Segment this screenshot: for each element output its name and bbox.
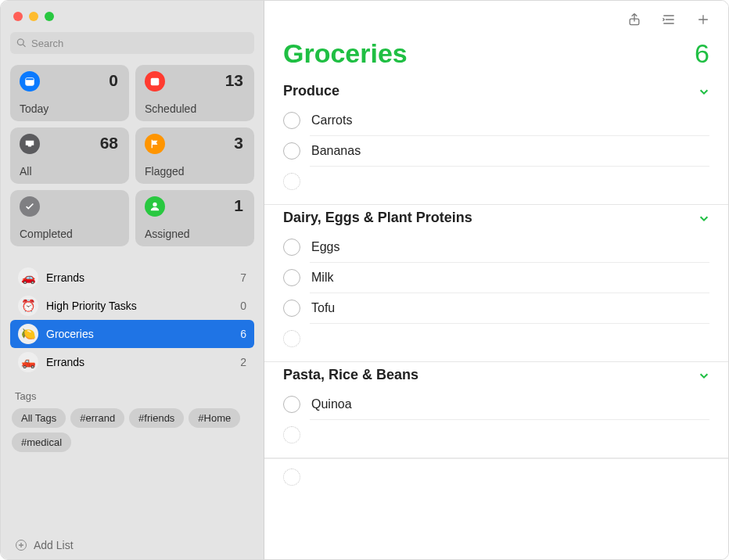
list-emoji-icon: ⏰ — [18, 296, 38, 316]
sidebar-list-errands[interactable]: 🚗 Errands 7 — [10, 264, 254, 292]
search-input[interactable] — [31, 38, 248, 49]
new-item-circle-icon — [283, 330, 300, 347]
view-options-button[interactable] — [661, 12, 677, 27]
section-dairy: Dairy, Eggs & Plant Proteins Eggs Milk T… — [264, 205, 728, 362]
window-controls — [10, 12, 254, 21]
reminder-item[interactable]: Carrots — [283, 106, 709, 135]
smart-list-today[interactable]: 0 Today — [10, 65, 129, 121]
sidebar-list-errands-2[interactable]: 🛻 Errands 2 — [10, 348, 254, 376]
smart-lists-grid: 0 Today 13 Scheduled 68 All 3 Flagged — [10, 65, 254, 246]
section-header[interactable]: Pasta, Rice & Beans — [283, 367, 709, 383]
list-total-count: 6 — [695, 38, 709, 69]
tag-chip[interactable]: #errand — [70, 408, 124, 428]
calendar-today-icon — [20, 71, 40, 92]
search-field[interactable] — [10, 32, 254, 54]
flag-icon — [145, 134, 165, 154]
new-reminder-bottom[interactable] — [264, 458, 728, 495]
main-content: Groceries 6 Produce Carrots Bananas — [264, 1, 728, 559]
reminder-item[interactable]: Bananas — [310, 135, 709, 166]
plus-circle-icon — [15, 539, 27, 551]
new-item-circle-icon — [283, 173, 300, 190]
section-title: Pasta, Rice & Beans — [283, 367, 418, 383]
section-produce: Produce Carrots Bananas — [264, 78, 728, 205]
close-window-button[interactable] — [13, 12, 23, 21]
tags-section: Tags All Tags #errand #friends #Home #me… — [10, 390, 254, 452]
list-count: 6 — [240, 328, 246, 340]
list-label: Errands — [46, 271, 240, 284]
new-reminder-button[interactable] — [695, 12, 711, 27]
share-button[interactable] — [627, 12, 642, 27]
tag-chip[interactable]: #medical — [12, 433, 71, 452]
section-header[interactable]: Produce — [283, 83, 709, 99]
list-title: Groceries — [283, 38, 408, 69]
new-reminder-placeholder[interactable] — [310, 323, 709, 354]
fullscreen-window-button[interactable] — [45, 12, 54, 21]
smart-list-label: Today — [20, 102, 48, 115]
minimize-window-button[interactable] — [29, 12, 38, 21]
list-content: Produce Carrots Bananas Dairy, Eggs & Pl… — [264, 78, 728, 559]
complete-toggle[interactable] — [283, 396, 300, 413]
reminder-label: Carrots — [311, 113, 352, 127]
sidebar-list-groceries[interactable]: 🍋 Groceries 6 — [10, 320, 254, 348]
smart-list-label: Completed — [20, 228, 73, 240]
complete-toggle[interactable] — [283, 239, 300, 256]
smart-list-completed[interactable]: Completed — [10, 190, 129, 246]
smart-list-count: 68 — [100, 134, 118, 153]
list-emoji-icon: 🚗 — [18, 267, 38, 288]
reminder-label: Milk — [311, 271, 333, 285]
chevron-down-icon — [698, 370, 709, 381]
list-label: High Priority Tasks — [46, 300, 240, 312]
list-count: 0 — [240, 300, 246, 312]
calendar-icon — [145, 71, 165, 92]
complete-toggle[interactable] — [283, 112, 300, 129]
sidebar-list-high-priority[interactable]: ⏰ High Priority Tasks 0 — [10, 292, 254, 320]
add-list-label: Add List — [34, 539, 74, 551]
list-count: 2 — [240, 356, 246, 368]
section-header[interactable]: Dairy, Eggs & Plant Proteins — [283, 210, 709, 226]
tag-chip[interactable]: All Tags — [12, 408, 66, 428]
new-item-circle-icon — [283, 426, 300, 443]
reminder-label: Quinoa — [311, 397, 352, 411]
smart-list-assigned[interactable]: 1 Assigned — [135, 190, 254, 246]
tag-chip[interactable]: #Home — [189, 408, 240, 428]
search-icon — [16, 38, 27, 48]
check-icon — [20, 196, 40, 217]
list-label: Errands — [46, 356, 240, 368]
reminder-item[interactable]: Tofu — [310, 293, 709, 323]
section-title: Produce — [283, 83, 339, 99]
tags-header: Tags — [10, 390, 254, 402]
new-reminder-placeholder[interactable] — [310, 166, 709, 196]
complete-toggle[interactable] — [283, 269, 300, 286]
reminder-item[interactable]: Milk — [310, 262, 709, 293]
user-lists: 🚗 Errands 7 ⏰ High Priority Tasks 0 🍋 Gr… — [10, 264, 254, 376]
list-header: Groceries 6 — [264, 38, 728, 78]
tag-chip[interactable]: #friends — [129, 408, 184, 428]
smart-list-scheduled[interactable]: 13 Scheduled — [135, 65, 254, 121]
smart-list-flagged[interactable]: 3 Flagged — [135, 127, 254, 184]
list-indent-icon — [661, 12, 677, 27]
smart-list-label: All — [20, 165, 32, 178]
plus-icon — [695, 12, 711, 27]
reminder-item[interactable]: Eggs — [283, 232, 709, 262]
new-reminder-placeholder[interactable] — [310, 419, 709, 450]
smart-list-count: 13 — [225, 71, 243, 90]
new-item-circle-icon — [283, 468, 300, 486]
chevron-down-icon — [698, 213, 709, 224]
smart-list-count: 1 — [234, 196, 243, 215]
list-emoji-icon: 🍋 — [18, 324, 38, 344]
smart-list-label: Assigned — [145, 228, 190, 240]
tray-icon — [20, 134, 40, 154]
reminder-item[interactable]: Quinoa — [283, 389, 709, 419]
complete-toggle[interactable] — [283, 300, 300, 317]
list-count: 7 — [240, 271, 246, 284]
smart-list-all[interactable]: 68 All — [10, 127, 129, 184]
complete-toggle[interactable] — [283, 142, 300, 160]
toolbar — [264, 1, 728, 38]
smart-list-count: 0 — [109, 71, 118, 90]
smart-list-label: Flagged — [145, 165, 185, 178]
smart-list-label: Scheduled — [145, 102, 196, 115]
smart-list-count: 3 — [234, 134, 243, 153]
section-pasta: Pasta, Rice & Beans Quinoa — [264, 362, 728, 458]
svg-rect-3 — [151, 78, 160, 86]
add-list-button[interactable]: Add List — [10, 531, 254, 559]
